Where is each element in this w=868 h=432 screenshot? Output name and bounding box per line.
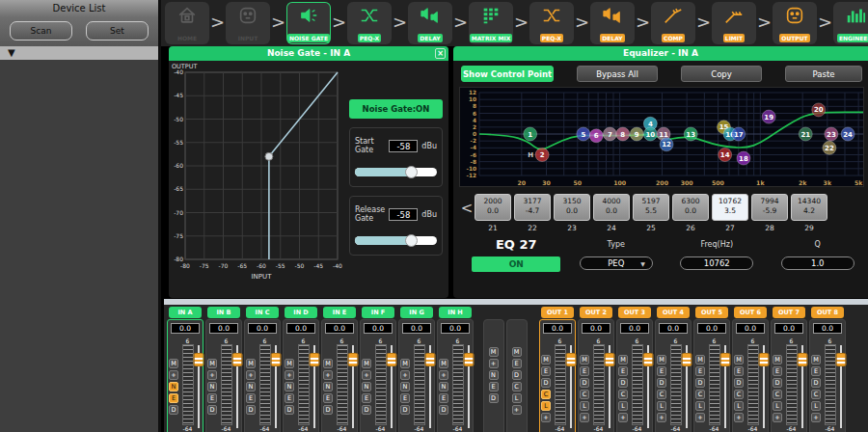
- channel-label[interactable]: OUT 6: [734, 307, 767, 318]
- release-gate-value[interactable]: -58: [389, 208, 418, 221]
- master-button-d[interactable]: D: [512, 370, 522, 380]
- master-button-m[interactable]: M: [489, 347, 499, 357]
- channel-button-n[interactable]: N: [439, 382, 448, 392]
- master-button-m[interactable]: M: [512, 347, 522, 357]
- nav-item-delay[interactable]: DELAY: [590, 2, 635, 44]
- channel-button-+[interactable]: +: [362, 370, 371, 380]
- nav-item-comp[interactable]: COMP: [651, 2, 695, 44]
- channel-fader[interactable]: [837, 338, 844, 432]
- band-scroll-left[interactable]: <: [459, 194, 475, 223]
- eq-point-13[interactable]: 13: [684, 127, 697, 141]
- channel-button-d[interactable]: D: [400, 405, 410, 415]
- channel-label[interactable]: OUT 8: [811, 307, 844, 318]
- fader-handle[interactable]: [719, 353, 730, 366]
- eq-band-cell[interactable]: 3177-4.7: [514, 194, 551, 221]
- channel-button-d[interactable]: D: [734, 378, 744, 388]
- master-button-c[interactable]: C: [512, 382, 522, 392]
- fader-handle[interactable]: [681, 353, 692, 366]
- eq-band-cell[interactable]: 31500.0: [554, 194, 590, 221]
- eq-curve-graph[interactable]: 121086420-2-4-6-8-10-1220305010020030050…: [459, 87, 864, 187]
- channel-button-l[interactable]: L: [811, 401, 821, 411]
- nav-item-matrix-mix[interactable]: MATRIX MIX: [469, 2, 513, 44]
- channel-button-+[interactable]: +: [246, 370, 256, 380]
- channel-fader[interactable]: [349, 338, 356, 432]
- nav-item-output[interactable]: OUTPUT: [773, 2, 817, 44]
- channel-button-+[interactable]: +: [400, 370, 410, 380]
- channel-button-e[interactable]: E: [362, 393, 371, 403]
- eq-point-17[interactable]: 17: [732, 127, 746, 141]
- eq-point-20[interactable]: 20: [812, 103, 826, 117]
- channel-label[interactable]: OUT 7: [773, 307, 805, 318]
- channel-button-c[interactable]: C: [734, 390, 744, 399]
- channel-button-m[interactable]: M: [773, 355, 782, 364]
- channel-label[interactable]: OUT 5: [695, 307, 728, 318]
- eq-point-18[interactable]: 18: [737, 151, 750, 165]
- channel-fader[interactable]: [311, 338, 317, 432]
- channel-fader[interactable]: [683, 338, 690, 432]
- channel-button-+[interactable]: +: [618, 413, 628, 422]
- channel-fader[interactable]: [567, 338, 574, 432]
- bypass-all-button[interactable]: Bypass All: [577, 66, 658, 82]
- eq-point-24[interactable]: 24: [841, 127, 854, 141]
- channel-button-d[interactable]: D: [207, 405, 217, 415]
- channel-button-d[interactable]: D: [541, 378, 551, 388]
- channel-button-+[interactable]: +: [541, 413, 551, 422]
- channel-button-e[interactable]: E: [285, 393, 294, 403]
- fader-handle[interactable]: [193, 353, 203, 366]
- channel-button-n[interactable]: N: [362, 382, 371, 392]
- channel-button-+[interactable]: +: [323, 370, 333, 380]
- master-button-+[interactable]: +: [489, 359, 499, 368]
- channel-button-d[interactable]: D: [246, 405, 256, 415]
- eq-point-1[interactable]: 1: [524, 127, 537, 141]
- show-control-point-button[interactable]: Show Control Point: [461, 66, 554, 82]
- master-button-n[interactable]: N: [489, 370, 499, 380]
- eq-point-7[interactable]: 7: [603, 127, 616, 141]
- channel-button-m[interactable]: M: [207, 359, 217, 368]
- nav-item-peq-x[interactable]: PEQ-X: [347, 2, 392, 44]
- release-gate-slider[interactable]: [355, 236, 437, 245]
- fader-handle[interactable]: [565, 353, 576, 366]
- channel-button-e[interactable]: E: [657, 366, 666, 376]
- channel-fader[interactable]: [388, 338, 394, 432]
- channel-button-d[interactable]: D: [169, 405, 178, 415]
- master-button-e[interactable]: E: [489, 382, 499, 392]
- set-button[interactable]: Set: [86, 21, 149, 40]
- channel-fader[interactable]: [233, 338, 240, 432]
- master-button-d[interactable]: D: [489, 393, 499, 403]
- channel-button-m[interactable]: M: [439, 359, 448, 368]
- channel-button-l[interactable]: L: [773, 401, 782, 411]
- channel-button-l[interactable]: L: [618, 401, 628, 411]
- channel-button-d[interactable]: D: [773, 378, 782, 388]
- channel-label[interactable]: OUT 4: [657, 307, 690, 318]
- channel-gain-value[interactable]: 0.0: [582, 323, 610, 334]
- channel-label[interactable]: IN G: [400, 307, 433, 318]
- eq-band-cell[interactable]: 63000.0: [672, 194, 709, 221]
- eq-band-cell[interactable]: 40000.0: [593, 194, 630, 221]
- channel-button-c[interactable]: C: [773, 390, 782, 399]
- channel-label[interactable]: OUT 2: [580, 307, 612, 318]
- channel-button-e[interactable]: E: [695, 366, 705, 376]
- channel-button-+[interactable]: +: [734, 413, 744, 422]
- eq-point-21[interactable]: 21: [799, 127, 812, 141]
- channel-button-+[interactable]: +: [773, 413, 782, 422]
- channel-gain-value[interactable]: 0.0: [543, 323, 572, 334]
- paste-button[interactable]: Paste: [785, 66, 862, 82]
- channel-button-m[interactable]: M: [657, 355, 666, 364]
- channel-button-n[interactable]: N: [323, 382, 333, 392]
- channel-button-e[interactable]: E: [580, 366, 589, 376]
- channel-button-l[interactable]: L: [734, 401, 744, 411]
- fader-handle[interactable]: [835, 353, 846, 366]
- eq-band-cell[interactable]: 51975.5: [633, 194, 669, 221]
- channel-button-c[interactable]: C: [580, 390, 589, 399]
- channel-button-+[interactable]: +: [811, 413, 821, 422]
- fader-handle[interactable]: [797, 353, 807, 366]
- channel-button-d[interactable]: D: [657, 378, 666, 388]
- eq-band-cell[interactable]: 7994-5.9: [751, 194, 788, 221]
- channel-gain-value[interactable]: 0.0: [441, 323, 470, 334]
- channel-button-e[interactable]: E: [169, 393, 178, 403]
- device-list-dropdown[interactable]: ▼: [0, 46, 158, 60]
- eq-point-23[interactable]: 23: [825, 127, 838, 141]
- eq-point-6[interactable]: 6: [589, 129, 603, 143]
- slider-knob[interactable]: [405, 234, 418, 247]
- channel-button-c[interactable]: C: [657, 390, 666, 399]
